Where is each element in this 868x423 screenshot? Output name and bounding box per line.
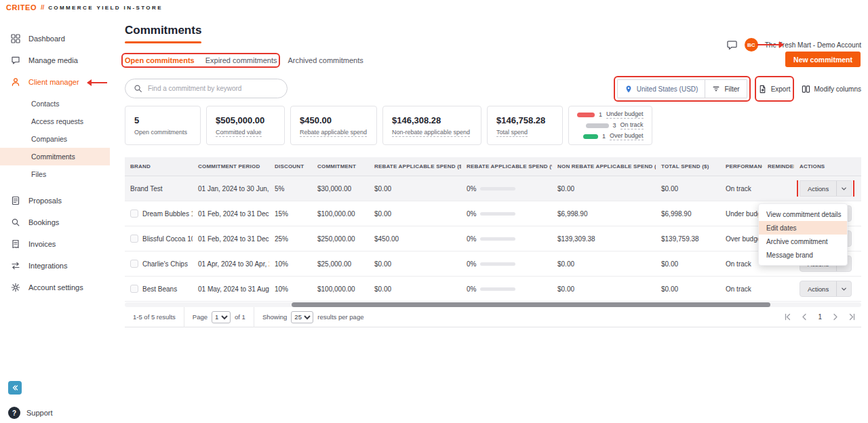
column-header-commitment[interactable]: COMMITMENT bbox=[312, 163, 369, 169]
criteo-logo: CRITEO bbox=[6, 3, 37, 12]
sidebar-item-label: Account settings bbox=[28, 283, 83, 291]
table-row[interactable]: Best Beans 01 May, 2024 to 31 Aug, 2024 … bbox=[125, 277, 861, 302]
column-header-total-spend[interactable]: TOTAL SPEND ($) bbox=[656, 163, 720, 169]
last-page-icon[interactable] bbox=[848, 313, 856, 321]
scrollbar-thumb[interactable] bbox=[292, 302, 770, 307]
brand-logo bbox=[130, 209, 138, 218]
filter-button[interactable]: Filter bbox=[705, 85, 746, 93]
tab-expired-commitments[interactable]: Expired commitments bbox=[205, 56, 277, 64]
next-page-icon[interactable] bbox=[831, 313, 839, 321]
toolbar-right-controls: United States (USD) Filter Export Modify… bbox=[617, 79, 861, 98]
sidebar-item-bookings[interactable]: Bookings bbox=[0, 214, 110, 231]
sidebar-subitem-access-requests[interactable]: Access requests bbox=[0, 113, 110, 130]
column-header-period[interactable]: COMMITMENT PERIOD bbox=[193, 163, 269, 169]
sidebar-item-proposals[interactable]: Proposals bbox=[0, 192, 110, 209]
market-selector[interactable]: United States (USD) bbox=[618, 85, 705, 94]
column-header-reminders[interactable]: REMINDERS bbox=[762, 163, 794, 169]
sidebar-collapse-button[interactable] bbox=[8, 381, 22, 395]
sidebar-item-label: Manage media bbox=[28, 56, 78, 64]
cell-rebate-spend: $0.00 bbox=[369, 260, 461, 268]
table-row[interactable]: Dream Bubbles 10966 01 Feb, 2024 to 31 D… bbox=[125, 201, 861, 226]
showing-label: Showing bbox=[262, 313, 287, 321]
page-size-group: Showing 25 results per page bbox=[254, 307, 372, 327]
tab-archived-commitments[interactable]: Archived commitments bbox=[288, 56, 363, 64]
cell-performance: Over budget bbox=[720, 235, 762, 243]
sidebar-item-account-settings[interactable]: Account settings bbox=[0, 279, 110, 296]
menu-item-edit-dates[interactable]: Edit dates bbox=[759, 221, 847, 235]
row-actions-button[interactable]: Actions bbox=[800, 281, 852, 297]
card-value: $450.00 bbox=[300, 115, 368, 125]
cell-brand: Dream Bubbles 10966 bbox=[125, 209, 193, 218]
new-commitment-button[interactable]: New commitment bbox=[785, 52, 861, 67]
export-button[interactable]: Export bbox=[758, 79, 791, 98]
page-title: Commitments bbox=[125, 24, 201, 37]
search-input[interactable] bbox=[148, 85, 279, 92]
filter-icon bbox=[712, 85, 720, 93]
column-header-brand[interactable]: BRAND bbox=[125, 163, 193, 169]
cell-commitment: $100,000.00 bbox=[312, 210, 369, 218]
chat-bubble-icon[interactable] bbox=[726, 39, 738, 51]
sidebar-item-dashboard[interactable]: Dashboard bbox=[0, 30, 110, 47]
column-header-discount[interactable]: DISCOUNT bbox=[269, 163, 312, 169]
page-size-select[interactable]: 25 bbox=[291, 311, 313, 323]
sidebar-subitem-commitments[interactable]: Commitments bbox=[0, 148, 110, 165]
cell-performance: Under budget bbox=[720, 210, 762, 218]
sidebar-subitem-contacts[interactable]: Contacts bbox=[0, 95, 110, 113]
cell-non-rebate-spend: $0.00 bbox=[552, 185, 656, 193]
current-page[interactable]: 1 bbox=[818, 313, 822, 321]
row-actions-button[interactable]: Actions bbox=[800, 180, 852, 197]
sidebar-item-integrations[interactable]: Integrations bbox=[0, 257, 110, 275]
header-right: BC The Fresh Mart - Demo Account bbox=[726, 38, 861, 52]
sidebar-subitem-label: Commitments bbox=[31, 153, 75, 161]
cell-commitment: $250,000.00 bbox=[312, 235, 369, 243]
card-label: Total spend bbox=[496, 129, 553, 136]
sidebar-item-label: Bookings bbox=[28, 218, 59, 226]
proposals-icon bbox=[11, 196, 20, 205]
sidebar-item-client-manager[interactable]: Client manager bbox=[0, 73, 110, 91]
progress-bar bbox=[480, 187, 515, 190]
sidebar-item-manage-media[interactable]: Manage media bbox=[0, 52, 110, 69]
menu-item-view-commitment-details[interactable]: View commitment details bbox=[759, 207, 847, 221]
modify-columns-button[interactable]: Modify columns bbox=[802, 79, 861, 98]
table-row[interactable]: Charlie's Chips 01 Apr, 2024 to 30 Apr, … bbox=[125, 251, 861, 277]
column-header-rebate-spend[interactable]: REBATE APPLICABLE SPEND ($) bbox=[369, 163, 461, 169]
legend-row-over-budget: 1 Over budget bbox=[577, 132, 644, 140]
previous-page-icon[interactable] bbox=[801, 313, 808, 321]
account-avatar[interactable]: BC bbox=[745, 38, 758, 52]
table-row[interactable]: Brand Test 01 Jan, 2024 to 30 Jun, 2024 … bbox=[125, 176, 861, 201]
support-button[interactable]: ? Support bbox=[8, 407, 53, 419]
cell-performance: On track bbox=[720, 285, 762, 293]
question-mark-icon: ? bbox=[8, 407, 20, 419]
cell-rebate-pct: 0% bbox=[461, 210, 552, 218]
chevron-down-icon[interactable] bbox=[837, 281, 851, 296]
cell-period: 01 Jan, 2024 to 30 Jun, 2024 bbox=[193, 185, 269, 193]
export-label: Export bbox=[771, 85, 791, 93]
progress-bar bbox=[480, 212, 515, 216]
menu-item-message-brand[interactable]: Message brand bbox=[759, 248, 847, 262]
chevron-down-icon[interactable] bbox=[837, 181, 851, 196]
account-name[interactable]: The Fresh Mart - Demo Account bbox=[765, 41, 861, 49]
sidebar-item-invoices[interactable]: Invoices bbox=[0, 235, 110, 253]
page-select[interactable]: 1 bbox=[212, 311, 231, 323]
tab-open-commitments[interactable]: Open commitments bbox=[125, 56, 195, 64]
table-row[interactable]: Blissful Cocoa 10964 01 Feb, 2024 to 31 … bbox=[125, 226, 861, 251]
sidebar-subitem-companies[interactable]: Companies bbox=[0, 130, 110, 148]
cell-discount: 10% bbox=[269, 260, 312, 268]
card-non-rebate-applicable-spend: $146,308.28 Non-rebate applicable spend bbox=[382, 106, 481, 145]
columns-icon bbox=[802, 85, 810, 94]
cell-discount: 25% bbox=[269, 235, 312, 243]
sidebar-subitem-label: Access requests bbox=[31, 117, 83, 125]
column-header-rebate-pct[interactable]: REBATE APPLICABLE SPEND (%) bbox=[461, 163, 552, 169]
logo-separator: // bbox=[41, 4, 44, 11]
column-header-non-rebate-spend[interactable]: NON REBATE APPLICABLE SPEND ($) bbox=[552, 163, 656, 169]
search-icon bbox=[134, 84, 142, 93]
column-header-performance[interactable]: PERFORMANCE bbox=[720, 163, 762, 169]
menu-item-archive-commitment[interactable]: Archive commitment bbox=[759, 235, 847, 248]
first-page-icon[interactable] bbox=[784, 313, 791, 321]
cell-performance: On track bbox=[720, 185, 762, 193]
sidebar-subitem-files[interactable]: Files bbox=[0, 165, 110, 183]
legend-count: 1 bbox=[602, 133, 606, 140]
sidebar-item-label: Invoices bbox=[28, 240, 56, 248]
cell-brand: Charlie's Chips bbox=[125, 260, 193, 268]
legend-label: On track bbox=[620, 121, 644, 129]
